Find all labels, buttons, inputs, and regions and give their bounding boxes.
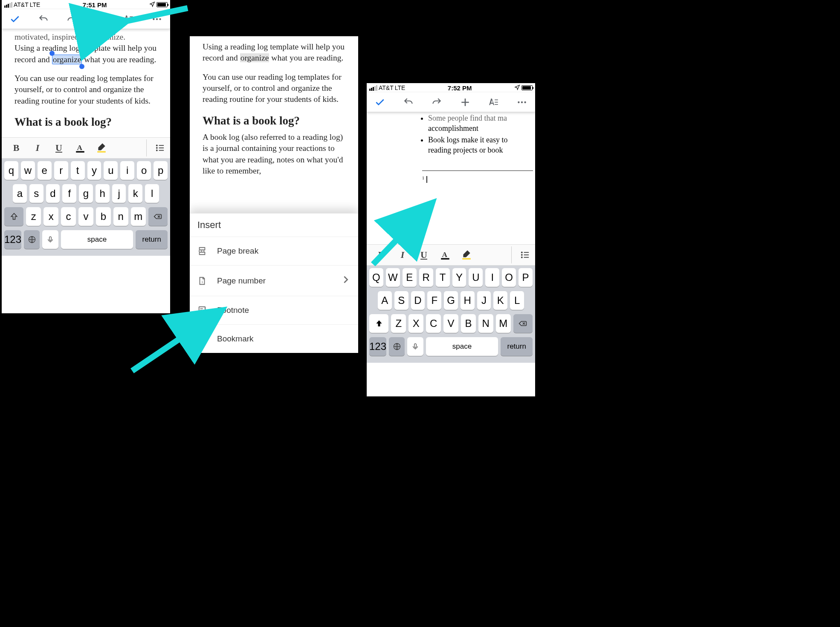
done-button[interactable] [8,12,22,26]
key-i[interactable]: i [120,161,134,180]
text-format-button[interactable] [121,12,136,26]
key-globe[interactable] [24,230,40,249]
insert-button[interactable] [93,12,107,26]
insert-button[interactable] [458,95,472,110]
key-space[interactable]: space [61,230,133,249]
key-a[interactable]: A [378,291,392,310]
footnote-area[interactable]: 1 [422,175,530,183]
key-123[interactable]: 123 [369,337,386,356]
menu-item-page-number[interactable]: 1 Page number [190,265,358,296]
key-c[interactable]: c [61,207,76,226]
bullet-list-button[interactable] [511,246,530,263]
key-i[interactable]: I [485,268,499,287]
highlight-button[interactable] [457,246,476,263]
key-r[interactable]: r [54,161,68,180]
key-h[interactable]: H [461,291,475,310]
key-g[interactable]: G [444,291,458,310]
key-m[interactable]: M [496,314,511,333]
key-p[interactable]: p [154,161,168,180]
svg-point-29 [521,251,523,253]
undo-button[interactable] [401,95,416,110]
key-l[interactable]: l [145,184,159,203]
document-body[interactable]: Some people find that maaccomplishment B… [367,112,535,244]
bold-button[interactable]: B [7,139,26,156]
key-o[interactable]: O [502,268,516,287]
key-f[interactable]: F [427,291,441,310]
redo-button[interactable] [429,95,444,110]
text-selection[interactable]: organize [52,55,82,64]
key-c[interactable]: C [426,314,441,333]
key-shift[interactable] [4,207,23,226]
key-b[interactable]: b [96,207,111,226]
key-return[interactable]: return [136,230,168,249]
key-d[interactable]: D [411,291,425,310]
key-n[interactable]: n [113,207,128,226]
key-s[interactable]: S [394,291,408,310]
key-k[interactable]: k [128,184,142,203]
key-f[interactable]: f [62,184,76,203]
key-backspace[interactable] [513,314,533,333]
key-m[interactable]: m [131,207,146,226]
key-j[interactable]: J [477,291,491,310]
menu-item-footnote[interactable]: 1 Footnote [190,296,358,324]
more-button[interactable] [515,95,529,110]
key-w[interactable]: W [386,268,400,287]
key-a[interactable]: a [13,184,27,203]
menu-item-page-break[interactable]: Page break [190,237,358,265]
redo-button[interactable] [64,12,79,26]
key-y[interactable]: Y [452,268,466,287]
key-q[interactable]: q [4,161,18,180]
key-z[interactable]: Z [391,314,406,333]
key-p[interactable]: P [518,268,533,287]
key-k[interactable]: K [493,291,507,310]
highlight-button[interactable] [92,139,111,156]
key-u[interactable]: u [104,161,118,180]
key-backspace[interactable] [148,207,168,226]
more-button[interactable] [150,12,164,26]
key-q[interactable]: Q [369,268,383,287]
document-body[interactable]: Using a reading log template will help y… [190,36,358,181]
key-s[interactable]: s [29,184,43,203]
key-o[interactable]: o [137,161,151,180]
key-b[interactable]: B [461,314,476,333]
key-shift[interactable] [369,314,388,333]
done-button[interactable] [373,95,387,110]
key-j[interactable]: j [112,184,126,203]
key-mic[interactable] [407,337,423,356]
key-e[interactable]: e [38,161,52,180]
key-space[interactable]: space [426,337,498,356]
menu-item-bookmark[interactable]: Bookmark [190,324,358,353]
key-d[interactable]: d [46,184,60,203]
bullet-list-button[interactable] [146,139,165,156]
key-n[interactable]: N [478,314,493,333]
key-t[interactable]: T [436,268,450,287]
key-x[interactable]: X [408,314,423,333]
key-l[interactable]: L [510,291,524,310]
key-r[interactable]: R [419,268,433,287]
document-body[interactable]: motivated, inspired and organize. Using … [2,29,170,137]
italic-button[interactable]: I [28,139,47,156]
text-color-button[interactable]: A [71,139,90,156]
underline-button[interactable]: U [49,139,68,156]
italic-button[interactable]: I [393,246,412,263]
text-format-button[interactable] [486,95,501,110]
key-g[interactable]: g [79,184,93,203]
key-return[interactable]: return [501,337,533,356]
bold-button[interactable]: B [372,246,391,263]
key-z[interactable]: z [26,207,41,226]
key-e[interactable]: E [403,268,417,287]
key-w[interactable]: w [21,161,35,180]
key-x[interactable]: x [43,207,58,226]
key-u[interactable]: U [469,268,483,287]
key-globe[interactable] [389,337,405,356]
text-color-button[interactable]: A [436,246,455,263]
underline-button[interactable]: U [414,246,433,263]
key-mic[interactable] [42,230,58,249]
key-y[interactable]: y [87,161,101,180]
key-v[interactable]: v [78,207,93,226]
key-t[interactable]: t [71,161,85,180]
undo-button[interactable] [36,12,51,26]
key-h[interactable]: h [96,184,110,203]
key-v[interactable]: V [443,314,458,333]
key-123[interactable]: 123 [4,230,21,249]
